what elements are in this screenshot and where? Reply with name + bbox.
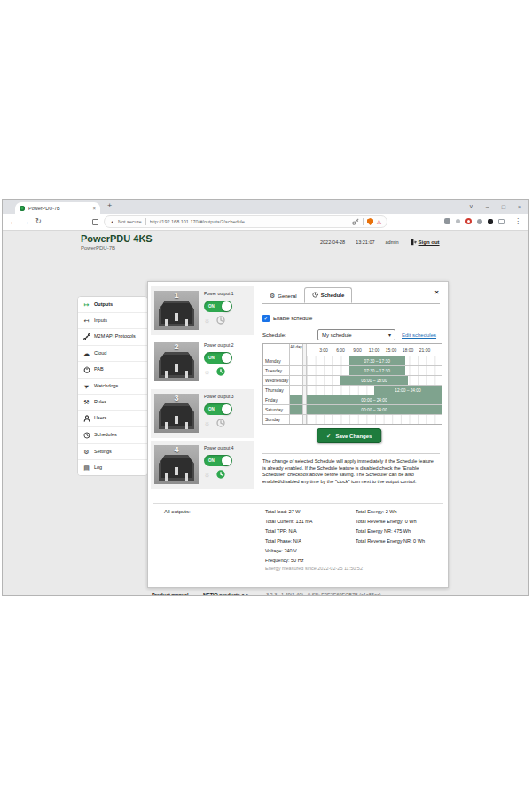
url-text[interactable]: http://192.168.101.170/#/outputs/2/sched… [150,219,348,224]
totals-column-1: Total load: 27 W Total Current: 131 mA T… [265,507,313,566]
scheduler-clock-icon[interactable] [216,470,225,479]
forward-button[interactable]: → [22,217,30,226]
schedule-bar: 00:00 – 24:00 [307,405,442,414]
schedules-clock-icon [82,432,90,439]
sidebar-item-rules[interactable]: ⚒ Rules [78,395,147,411]
extension-icon[interactable] [466,218,472,224]
not-secure-warning-icon[interactable]: ▲ [110,219,114,224]
extension-icon[interactable] [477,219,482,224]
schedule-select[interactable]: My schedule ▾ [317,329,395,340]
edit-schedules-link[interactable]: Edit schedules [402,332,436,338]
extension-icon[interactable] [456,219,460,223]
address-bar[interactable]: ▲ Not secure http://192.168.101.170/#/ou… [104,215,387,228]
outputs-card: 1 Power output 1 ON ☼ [147,281,449,588]
not-secure-label[interactable]: Not secure [118,219,142,224]
output-power-toggle[interactable]: ON [204,301,232,312]
sidebar-item-settings[interactable]: ⚙ Settings [78,444,147,460]
tab-close-icon[interactable]: × [92,206,96,211]
stat-total-reverse-energy: Total Reverse Energy: 0 Wh [356,517,425,527]
sidebar-item-cloud[interactable]: ☁ Cloud [78,346,147,362]
output-power-toggle[interactable]: ON [204,455,232,466]
output-label: Power output 1 [204,291,253,296]
address-separator [363,218,364,225]
stat-total-energy: Total Energy: 2 Wh [356,507,425,517]
new-tab-button[interactable]: + [107,201,112,210]
sidebar-item-users[interactable]: Users [78,411,147,427]
sidebar-nav: ↦ Outputs ↤ Inputs M2M API Protocols ☁ C… [77,296,148,476]
puzzle-extensions-icon[interactable] [488,219,493,224]
browser-tabstrip: PowerPDU-7B × + ∨ – □ × [3,200,528,214]
output-power-toggle[interactable]: ON [204,403,232,415]
output-item-2[interactable]: 2 Power output 2 ON ☼ [151,338,254,387]
page-title: PowerPDU 4KS [81,233,153,244]
side-panel-icon[interactable] [92,219,98,225]
product-manual-link[interactable]: Product manual [152,592,189,595]
key-icon[interactable] [352,218,359,225]
tab-general[interactable]: ⚙ General [262,289,304,303]
reload-button[interactable]: ↻ [35,217,42,226]
toggle-knob [222,353,231,363]
company-link[interactable]: NETIO products a.s. [203,592,250,595]
sidebar-item-inputs[interactable]: ↤ Inputs [78,313,147,329]
scheduler-clock-icon[interactable] [216,367,225,376]
downloads-tray-icon[interactable] [498,219,505,224]
window-minimize-button[interactable]: – [486,204,489,210]
stat-voltage: Voltage: 240 V [265,546,313,556]
warning-triangle-icon[interactable]: △ [377,218,381,225]
shield-extension-icon[interactable] [367,218,373,225]
sidebar-item-log[interactable]: ▤ Log [78,460,147,475]
energy-measured-note: Energy measured since 2022-02-25 11:50:5… [265,566,363,571]
enable-schedule-checkbox[interactable]: ✓ [262,315,270,322]
watchdog-icon: ➤ [82,381,91,390]
output-item-1[interactable]: 1 Power output 1 ON ☼ [151,286,254,335]
sidebar-item-watchdogs[interactable]: ➤ Watchdogs [78,379,147,395]
sign-out-icon [410,239,417,246]
schedule-row-wednesday: Wednesday 06:00 – 18:00 [263,375,442,385]
window-maximize-button[interactable]: □ [502,204,505,210]
output-label: Power output 3 [204,394,253,399]
tab-schedule[interactable]: Schedule [304,287,353,303]
window-menu-icon[interactable]: ∨ [469,203,473,210]
stat-total-current: Total Current: 131 mA [265,517,313,527]
scheduler-clock-icon[interactable] [216,316,225,325]
schedule-bar: 06:00 – 18:00 [340,376,408,385]
tab-title: PowerPDU-7B [28,206,89,211]
sidebar-item-outputs[interactable]: ↦ Outputs [78,297,147,313]
browser-window: PowerPDU-7B × + ∨ – □ × ← → ↻ ▲ Not secu… [2,199,529,596]
tab-divider [262,303,440,304]
sidebar-item-schedules[interactable]: Schedules [78,427,147,444]
sidebar-item-m2m-api[interactable]: M2M API Protocols [78,329,147,346]
stat-total-load: Total load: 27 W [265,507,313,517]
outputs-icon: ↦ [82,301,90,308]
m2m-api-icon [82,333,90,340]
socket-image: 2 [154,342,199,381]
output-label: Power output 2 [204,342,253,348]
page-footer: Product manual NETIO products a.s. 3.2.3… [3,592,528,595]
time-axis: 3:00 6:00 9:00 12:00 15:00 18:00 21:00 [307,344,442,356]
extension-icon[interactable] [444,218,450,224]
output-item-3[interactable]: 3 Power output 3 ON ☼ [151,389,254,438]
manual-control-icon: ☼ [204,419,210,427]
back-button[interactable]: ← [9,217,17,226]
save-changes-button[interactable]: ✓ Save Changes [317,428,382,443]
output-item-4[interactable]: 4 Power output 4 ON ☼ [151,441,254,489]
device-name: PowerPDU-7B [81,246,115,251]
webapp-page: PowerPDU 4KS PowerPDU-7B 2022-04-28 13:2… [3,231,528,595]
all-day-header: All day [290,344,303,356]
scheduler-clock-icon[interactable] [216,419,225,427]
sign-out-button[interactable]: Sign out [410,239,440,246]
browser-tab[interactable]: PowerPDU-7B × [15,202,100,214]
browser-menu-icon[interactable]: ⋮ [514,217,521,225]
window-close-button[interactable]: × [518,204,521,210]
schedule-row-thursday: Thursday 12:00 – 24:00 [263,385,442,395]
tab-favicon-icon [20,206,25,211]
output-power-toggle[interactable]: ON [204,352,232,364]
stat-total-phase: Total Phase: N/A [265,536,313,546]
panel-close-icon[interactable]: × [434,288,439,296]
manual-control-icon: ☼ [204,471,210,479]
username-label: admin [386,239,399,245]
extensions-cluster [444,218,505,224]
log-icon: ▤ [82,465,90,471]
clock-icon [312,292,318,298]
sidebar-item-pab[interactable]: PAB [78,362,147,379]
